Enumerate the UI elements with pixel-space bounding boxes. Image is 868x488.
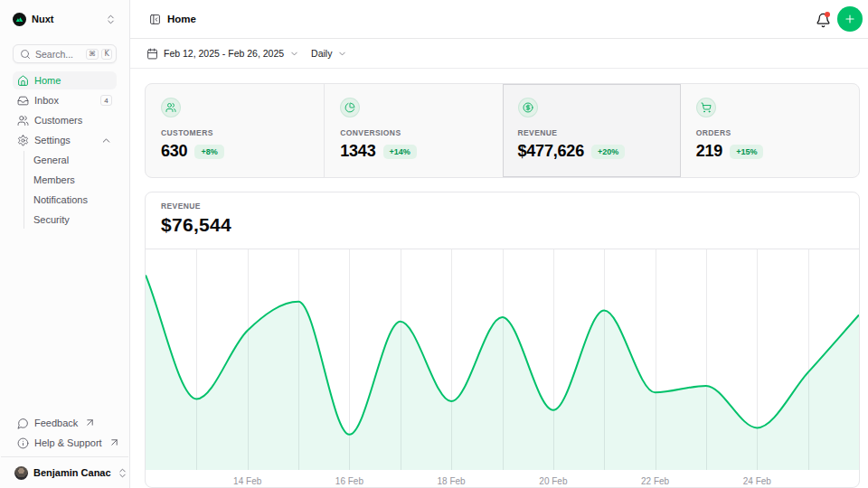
stat-delta-badge: +15%	[730, 145, 763, 159]
kbd-cmd: ⌘	[86, 49, 99, 60]
stat-value: 630	[161, 142, 187, 161]
search-placeholder: Search...	[35, 49, 73, 60]
user-name: Benjamin Canac	[33, 467, 111, 478]
stat-value: 1343	[340, 142, 375, 161]
stat-conversions[interactable]: CONVERSIONS 1343 +14%	[324, 84, 502, 177]
dollar-sign-icon	[518, 98, 538, 117]
x-axis-label: 22 Feb	[641, 476, 669, 486]
sidebar-item-label: Help & Support	[34, 437, 102, 448]
kbd-k: K	[101, 49, 112, 60]
chart-title: REVENUE	[161, 202, 231, 211]
sidebar-divider	[1, 456, 128, 457]
pie-chart-icon	[340, 98, 360, 117]
inbox-count-badge: 4	[100, 95, 112, 106]
stat-orders[interactable]: ORDERS 219 +15%	[681, 84, 859, 177]
chart-header: REVENUE $76,544	[161, 202, 231, 236]
sidebar: Nuxt Search... ⌘ K Home Inbox 4 Customer…	[0, 0, 130, 488]
stat-label: CUSTOMERS	[161, 128, 213, 137]
sidebar-spacer	[13, 230, 117, 414]
plus-icon	[844, 13, 856, 25]
search-icon	[20, 49, 31, 60]
sidebar-item-label: Settings	[34, 135, 71, 145]
collapse-sidebar-icon[interactable]	[149, 14, 161, 25]
sidebar-item-general[interactable]: General	[32, 151, 117, 169]
users-icon	[161, 98, 181, 117]
chevron-up-icon	[100, 135, 112, 146]
sidebar-item-help-support[interactable]: Help & Support	[13, 434, 117, 452]
chart-x-axis: 14 Feb16 Feb18 Feb20 Feb22 Feb24 Feb	[146, 476, 859, 487]
sidebar-item-security[interactable]: Security	[32, 211, 117, 229]
inbox-icon	[17, 95, 29, 107]
settings-subnav: General Members Notifications Security	[24, 151, 117, 229]
stat-revenue[interactable]: REVENUE $477,626 +20%	[503, 84, 681, 177]
chevron-down-icon	[337, 49, 347, 59]
content: CUSTOMERS 630 +8% CONVERSIONS 1343 +14% …	[130, 69, 868, 488]
workspace-name: Nuxt	[32, 14, 53, 24]
sidebar-item-members[interactable]: Members	[32, 171, 117, 189]
nuxt-logo-icon	[13, 13, 26, 26]
sidebar-item-home[interactable]: Home	[13, 71, 117, 89]
notifications-button[interactable]	[816, 13, 829, 26]
date-range-picker[interactable]: Feb 12, 2025 - Feb 26, 2025	[146, 48, 299, 60]
main-area: Home Feb 12, 2025 - Feb 26, 2025 Daily C…	[130, 0, 868, 488]
stat-label: CONVERSIONS	[340, 128, 401, 137]
revenue-chart-card: REVENUE $76,544 14 Feb16 Feb18 Feb20 Feb…	[145, 192, 860, 488]
notification-dot	[825, 12, 830, 17]
user-avatar	[14, 466, 28, 480]
stat-delta-badge: +20%	[591, 145, 625, 159]
add-button[interactable]	[837, 6, 863, 32]
filters-toolbar: Feb 12, 2025 - Feb 26, 2025 Daily	[130, 39, 868, 69]
sidebar-item-customers[interactable]: Customers	[13, 111, 117, 129]
interval-label: Daily	[311, 48, 332, 59]
chevrons-up-down-icon	[117, 467, 128, 479]
message-circle-icon	[17, 418, 29, 429]
sidebar-nav: Home Inbox 4 Customers Settings General …	[13, 71, 117, 230]
search-kbd-hints: ⌘ K	[86, 49, 112, 60]
stat-label: ORDERS	[696, 128, 731, 137]
external-link-icon	[108, 436, 120, 448]
sidebar-item-feedback[interactable]: Feedback	[13, 414, 117, 432]
stat-label: REVENUE	[518, 128, 558, 137]
external-link-icon	[84, 417, 96, 428]
settings-icon	[17, 135, 29, 146]
chevrons-up-down-icon	[105, 14, 117, 25]
x-axis-label: 14 Feb	[233, 476, 261, 486]
page-title: Home	[167, 14, 196, 24]
info-icon	[17, 437, 29, 449]
sidebar-item-inbox[interactable]: Inbox 4	[13, 91, 117, 109]
sidebar-item-label: Customers	[34, 115, 82, 126]
stat-value: 219	[696, 142, 722, 161]
sidebar-item-notifications[interactable]: Notifications	[32, 191, 117, 209]
date-range-label: Feb 12, 2025 - Feb 26, 2025	[164, 48, 284, 59]
stat-customers[interactable]: CUSTOMERS 630 +8%	[146, 84, 324, 177]
sidebar-item-label: Home	[34, 75, 61, 86]
users-icon	[17, 115, 29, 127]
shopping-cart-icon	[696, 98, 716, 117]
sidebar-item-label: Feedback	[34, 418, 78, 428]
sidebar-item-settings[interactable]: Settings	[13, 131, 117, 149]
stats-row: CUSTOMERS 630 +8% CONVERSIONS 1343 +14% …	[145, 83, 860, 178]
sidebar-item-label: Inbox	[34, 95, 59, 106]
x-axis-label: 24 Feb	[743, 476, 771, 486]
user-menu[interactable]: Benjamin Canac	[13, 459, 117, 486]
workspace-switcher[interactable]: Nuxt	[13, 7, 117, 31]
stat-delta-badge: +8%	[194, 145, 223, 159]
chart-total: $76,544	[161, 214, 231, 236]
home-icon	[17, 75, 29, 87]
stat-delta-badge: +14%	[383, 145, 417, 159]
search-button[interactable]: Search... ⌘ K	[13, 44, 117, 63]
revenue-chart[interactable]	[146, 249, 859, 470]
revenue-area	[146, 275, 859, 470]
x-axis-label: 16 Feb	[335, 476, 363, 486]
top-header: Home	[130, 0, 868, 39]
stat-value: $477,626	[518, 142, 584, 161]
header-actions	[816, 6, 863, 32]
calendar-icon	[146, 48, 158, 60]
x-axis-label: 20 Feb	[539, 476, 567, 486]
interval-select[interactable]: Daily	[311, 48, 347, 59]
x-axis-label: 18 Feb	[438, 476, 466, 486]
chevron-down-icon	[289, 49, 299, 59]
